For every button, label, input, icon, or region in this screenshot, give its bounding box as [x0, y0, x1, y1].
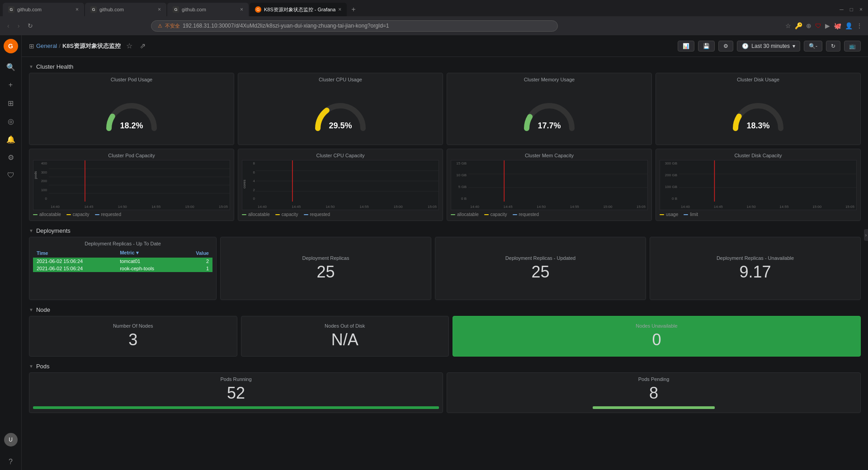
cluster-cpu-usage-value: 29.5% — [329, 121, 352, 131]
user-avatar[interactable]: U — [4, 433, 18, 446]
refresh-button[interactable]: ↻ — [826, 41, 840, 52]
url-bar[interactable]: ⚠ 不安全 192.168.31.10:30007/d/4XuMd2liz/k8… — [151, 20, 558, 32]
mem-x-5: 15:00 — [603, 205, 612, 209]
scroll-handle[interactable]: › — [864, 229, 868, 241]
cpu-y-2: 2 — [243, 188, 255, 192]
share-icon[interactable]: ⇗ — [138, 40, 147, 52]
extension-icon-3[interactable]: 🛡 — [815, 22, 821, 29]
close-button[interactable]: × — [857, 6, 865, 13]
row1-value: 2 — [181, 258, 212, 265]
sidebar-item-search[interactable]: 🔍 — [2, 59, 20, 75]
row2-metric: rook-ceph-tools — [116, 265, 181, 272]
number-of-nodes-value: 3 — [128, 330, 137, 349]
tab-3-title: github.com — [182, 7, 237, 12]
deployment-replicas-unavailable-value: 9.17 — [739, 263, 771, 282]
cluster-health-header[interactable]: ▼ Cluster Health — [29, 61, 861, 73]
chart-row: Cluster Pod Capacity 400 300 200 100 0 — [29, 149, 861, 221]
sidebar-item-add[interactable]: + — [2, 77, 20, 93]
col-value-header[interactable]: Value — [181, 248, 212, 258]
mem-x-4: 14:55 — [570, 205, 579, 209]
extension-icon-5[interactable]: 🐙 — [834, 22, 841, 29]
add-panel-icon: 📊 — [683, 43, 689, 49]
extension-icon-6[interactable]: 👤 — [845, 22, 853, 29]
legend-label-allocatable: allocatable — [39, 212, 61, 217]
minimize-button[interactable]: ─ — [837, 6, 846, 13]
pod-capacity-svg — [49, 160, 230, 202]
mem-x-axis: 14:40 14:45 14:50 14:55 15:00 15:05 — [468, 204, 647, 210]
legend-label-capacity: capacity — [73, 212, 90, 217]
cluster-memory-usage-value: 17.7% — [538, 121, 561, 131]
sidebar-item-help[interactable]: ? — [2, 454, 20, 470]
zoom-out-button[interactable]: 🔍- — [804, 41, 822, 52]
pods-running-title: Pods Running — [220, 376, 251, 382]
sidebar-item-shield[interactable]: 🛡 — [2, 167, 20, 183]
tab-4[interactable]: G K8S资源对象状态监控 - Grafana × — [250, 3, 347, 16]
deployment-replicas-value: 25 — [316, 263, 335, 282]
deployments-header[interactable]: ▼ Deployments — [29, 225, 861, 237]
legend-dot-allocatable — [33, 214, 38, 215]
sidebar-item-explore[interactable]: ◎ — [2, 113, 20, 129]
tab-4-close[interactable]: × — [338, 6, 341, 13]
extension-icon-1[interactable]: 🔑 — [795, 22, 802, 29]
col-metric-header[interactable]: Metric ▾ — [116, 248, 181, 258]
sidebar-item-dashboards[interactable]: ⊞ — [2, 95, 20, 111]
time-range-button[interactable]: 🕐 Last 30 minutes ▾ — [737, 41, 800, 52]
add-panel-button[interactable]: 📊 — [678, 41, 694, 52]
cluster-health-section: ▼ Cluster Health Cluster Pod Usage — [29, 61, 861, 221]
node-header[interactable]: ▼ Node — [29, 304, 861, 316]
maximize-button[interactable]: □ — [847, 6, 856, 13]
tab-2[interactable]: G github.com × — [85, 3, 166, 16]
x-label-4: 14:55 — [151, 205, 160, 209]
table-body: 2021-06-02 15:06:24 tomcat01 2 2021-06-0… — [33, 258, 212, 272]
table-row-1: 2021-06-02 15:06:24 tomcat01 2 — [33, 258, 212, 265]
mem-legend-label-alloc: allocatable — [457, 212, 479, 217]
mem-y-15: 15 GB — [452, 161, 467, 165]
pod-capacity-legend: allocatable capacity requested — [33, 210, 230, 217]
time-range-label: Last 30 minutes — [751, 43, 790, 49]
mem-x-2: 14:45 — [504, 205, 513, 209]
save-button[interactable]: 💾 — [698, 41, 715, 52]
breadcrumb: ⊞ General / K8S资源对象状态监控 — [29, 42, 121, 50]
cluster-memory-usage-gauge: 17.7% — [518, 84, 581, 141]
grafana-logo[interactable]: G — [4, 39, 18, 53]
bookmark-icon[interactable]: ☆ — [785, 22, 791, 29]
cluster-cpu-usage-panel: Cluster CPU Usage 29.5% — [238, 73, 443, 145]
cluster-mem-capacity-panel: Cluster Mem Capacity 15 GB 10 GB 5 GB 0 … — [447, 149, 652, 221]
new-tab-button[interactable]: + — [348, 5, 359, 14]
menu-icon[interactable]: ⋮ — [856, 22, 863, 29]
cpu-capacity-legend: allocatable capacity requested — [242, 210, 439, 217]
disk-x-2: 14:45 — [714, 205, 723, 209]
refresh-button[interactable]: ↻ — [26, 21, 35, 30]
tab-1-close[interactable]: × — [75, 6, 79, 13]
col-time-header[interactable]: Time — [33, 248, 116, 258]
mem-y-5: 5 GB — [452, 185, 467, 189]
tab-2-close[interactable]: × — [158, 6, 161, 13]
url-text: 192.168.31.10:30007/d/4XuMd2liz/k8szi-yu… — [183, 23, 551, 29]
browser-toolbar-right: ☆ 🔑 ⊕ 🛡 ▶ 🐙 👤 ⋮ — [785, 22, 863, 29]
extension-icon-2[interactable]: ⊕ — [806, 22, 811, 29]
disk-legend-dot-limit — [684, 214, 688, 215]
extension-icon-4[interactable]: ▶ — [825, 22, 830, 29]
pod-x-axis: 14:40 14:45 14:50 14:55 15:00 15:05 — [49, 204, 230, 210]
nodes-out-of-disk-value: N/A — [331, 330, 359, 349]
pods-pending-value: 8 — [649, 384, 658, 403]
settings-button[interactable]: ⚙ — [718, 41, 733, 52]
back-button[interactable]: ‹ — [5, 21, 11, 30]
pods-header[interactable]: ▼ Pods — [29, 360, 861, 372]
tab-3-close[interactable]: × — [240, 6, 243, 13]
tab-1[interactable]: G github.com × — [3, 3, 84, 16]
tab-3[interactable]: G github.com × — [167, 3, 249, 16]
forward-button[interactable]: › — [16, 21, 22, 30]
legend-dot-requested — [95, 214, 99, 215]
tv-mode-button[interactable]: 📺 — [844, 41, 861, 52]
star-icon[interactable]: ☆ — [124, 40, 134, 52]
deployments-chevron-icon: ▼ — [29, 228, 33, 233]
breadcrumb-home[interactable]: General — [36, 42, 57, 49]
save-icon: 💾 — [703, 43, 710, 49]
deployments-section: ▼ Deployments Deployment Replicas - Up T… — [29, 225, 861, 300]
sidebar-item-settings[interactable]: ⚙ — [2, 149, 20, 165]
mem-y-labels: 15 GB 10 GB 5 GB 0 B — [451, 160, 467, 202]
sidebar-item-alerts[interactable]: 🔔 — [2, 131, 20, 147]
table-header: Time Metric ▾ Value — [33, 248, 212, 258]
pod-capacity-chart-area: 400 300 200 100 0 — [33, 160, 230, 210]
